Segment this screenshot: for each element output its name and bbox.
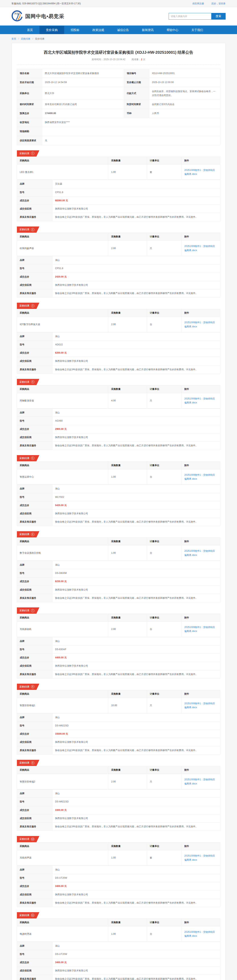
nav-item-帮助中心[interactable]: 帮助中心 <box>160 26 185 34</box>
login-link[interactable]: 您好，请登录 <box>211 2 226 5</box>
goods-table: 采购商品 采购数量 计量单位 附件 智慧语音终端1 10.00 只 202510… <box>17 690 220 713</box>
publish-time: 2025-10-15 15:04:42 <box>104 58 125 61</box>
warranty-row: 质保及售后服务 验收合格之日起3年提供原厂质保。质保期内，非人为因素产品出现质量… <box>17 746 220 755</box>
brand-value: 湖山 <box>52 637 220 645</box>
item-qty-cell: 1.00 <box>108 469 147 485</box>
brand-row: 品牌 湖山 <box>17 485 220 493</box>
result-section: 采购结果 9 采购商品 采购数量 计量单位 附件 智慧语音终端2 2.00 只 … <box>17 760 220 831</box>
project-info-table: 项目名称 西北大学区域国别学院学术交流研讨室设备采购项目 项目编号 XDJJ-H… <box>17 69 220 145</box>
budget-total: 174400.00 <box>42 109 124 118</box>
nav-item-招投标[interactable]: 招投标 <box>64 26 86 34</box>
warranty-value: 验收合格之日起3年提供原厂质保。质保期内，非人为因素产品出现质量问题，由乙方进行… <box>52 899 220 907</box>
badge-number: 1 <box>31 152 34 155</box>
item-qty-cell: 1.00 <box>108 546 147 561</box>
warranty-value: 验收合格之日起3年提供原厂质保。质保期内，非人为因素产品出现质量问题，由乙方进行… <box>52 213 220 221</box>
price-row: 成交总价 6230.00 元 <box>17 578 220 585</box>
price-row: 成交总价 3400.00 元 <box>17 958 220 967</box>
supplier-value: 陕西韶华云顶数字技术有限公司 <box>52 891 220 899</box>
goods-header-row: 采购商品 采购数量 计量单位 附件 <box>17 538 220 546</box>
hotline-text: 客服热线: 029-86618373 QQ:2881944994 (周一至周五9… <box>11 2 81 5</box>
brand-value: 湖山 <box>52 256 220 264</box>
search-button[interactable]: 搜索 <box>211 13 226 20</box>
search-input[interactable] <box>169 13 211 20</box>
brand-value: 湖山 <box>52 409 220 417</box>
breadcrumb-separator: / <box>32 37 33 40</box>
price-row: 成交总价 68360.00 元 <box>17 196 220 205</box>
badge-number: 9 <box>31 761 34 765</box>
result-section: 采购结果 5 采购商品 采购数量 计量单位 附件 智慧运算中心 1.00 台 2… <box>17 455 220 526</box>
goods-item-row: 数字会议系统主控机 1.00 台 20251009附件1：货物类响应偏离表.do… <box>17 546 220 561</box>
goods-table: 采购商品 采购数量 计量单位 附件 电源时序器 1.00 台 20251009附… <box>17 918 220 942</box>
nav-item-新闻资讯[interactable]: 新闻资讯 <box>136 26 160 34</box>
deal-price: 4400.00 <box>55 656 64 659</box>
attachment-link[interactable]: 20251009附件1：货物类响应偏离表.docx <box>184 702 215 709</box>
nav-item-关于我们[interactable]: 关于我们 <box>185 26 210 34</box>
article-meta: 发布时间：2025-10-15 15:04:42 阅读量：1 次 <box>17 58 220 65</box>
price-row: 成交总价 6200.00 元 <box>17 349 220 357</box>
breadcrumb-home-link[interactable]: 首页 <box>11 37 16 40</box>
item-unit-cell: 套 <box>147 850 181 865</box>
result-section: 采购结果 4 采购商品 采购数量 计量单位 附件 同轴吸顶音箱 4.00 只 2… <box>17 379 220 450</box>
attachment-link[interactable]: 20251009附件1：货物类响应偏离表.docx <box>184 321 215 328</box>
goods-header-row: 采购商品 采购数量 计量单位 附件 <box>17 309 220 317</box>
result-badge: 采购结果 10 <box>17 836 40 842</box>
deal-price: 2900.00 <box>55 428 64 430</box>
model-value: AGX60 <box>52 417 220 425</box>
item-detail-table: 品牌 湖山 型号 DS-W622SD 成交总价 15500.00 元 成交供应商… <box>17 713 220 755</box>
attachment-link[interactable]: 20251009附件1：货物类响应偏离表.docx <box>184 931 215 937</box>
attachment-link[interactable]: 20251009附件1：货物类响应偏离表.docx <box>184 397 215 404</box>
result-badge: 采购结果 5 <box>17 455 40 461</box>
warranty-value: 验收合格之日起3年提供原厂质保。质保期内，非人为因素产品出现质量问题，由乙方进行… <box>52 746 220 755</box>
item-detail-table: 品牌 湖山 型号 DS-UT20W 成交总价 3400.00 元 成交供应商 陕… <box>17 865 220 907</box>
warranty-value: 验收合格之日起3年提供原厂质保。质保期内，非人为因素产品出现质量问题，由乙方进行… <box>52 975 220 980</box>
item-qty-cell: 2.00 <box>108 241 147 256</box>
supplier-value: 陕西韶华云顶数字技术有限公司 <box>52 281 220 289</box>
goods-header-row: 采购商品 采购数量 计量单位 附件 <box>17 233 220 241</box>
warranty-row: 质保及售后服务 验收合格之日起3年提供原厂质保。质保期内，非人为因素产品出现质量… <box>17 670 220 678</box>
breadcrumb: 首页 / 采购结果 / 竞价结果 <box>11 34 226 43</box>
result-section: 采购结果 1 采购商品 采购数量 计量单位 附件 LED 显示屏1 1.00 套… <box>17 150 220 221</box>
nav-item-首页[interactable]: 首页 <box>21 26 40 34</box>
price-row: 成交总价 5420.00 元 <box>17 501 220 509</box>
attachment-link[interactable]: 20251009附件1：货物类响应偏离表.docx <box>184 474 215 480</box>
brand-value: 湖山 <box>52 332 220 340</box>
item-detail-table: 品牌 湖山 型号 DS-630AP 成交总价 4400.00 元 成交供应商 陕… <box>17 637 220 679</box>
page-title: 西北大学区域国别学院学术交流研讨室设备采购项目 (XDJJ-HW-2025100… <box>17 48 220 58</box>
breadcrumb-results-link[interactable]: 采购结果 <box>21 37 30 40</box>
model-row: 型号 DS-630AP <box>17 645 220 654</box>
goods-table: 采购商品 采购数量 计量单位 附件 柱阵列扬声器 2.00 只 20251009… <box>17 233 220 256</box>
supplier-register-link[interactable]: 供应商注册 <box>192 2 204 5</box>
item-qty-cell: 2.00 <box>108 622 147 637</box>
result-section: 采购结果 8 采购商品 采购数量 计量单位 附件 智慧语音终端1 10.00 只… <box>17 684 220 755</box>
attachment-link[interactable]: 20251009附件1：货物类响应偏离表.docx <box>184 245 215 251</box>
supplier-value: 陕西韶华云顶数字技术有限公司 <box>52 509 220 518</box>
goods-table: 采购商品 采购数量 计量单位 附件 同轴吸顶音箱 4.00 只 20251009… <box>17 385 220 409</box>
brand-row: 品牌 湖山 <box>17 789 220 798</box>
info-row: 采购单位 西北大学 付款方式 合同生效后，待货物到达指定地点、安装调试验收合格后… <box>17 87 220 100</box>
attachment-link[interactable]: 20251009附件1：货物类响应偏离表.docx <box>184 778 215 785</box>
topbar: 客服热线: 029-86618373 QQ:2881944994 (周一至周五9… <box>0 0 237 7</box>
item-unit-cell: 只 <box>147 774 181 789</box>
item-detail-table: 品牌 湖山 型号 CPS1.8 成交总价 2420.00 元 成交供应商 陕西韶… <box>17 256 220 298</box>
nav-item-政策法规[interactable]: 政策法规 <box>86 26 111 34</box>
attachment-link[interactable]: 20251009附件1：货物类响应偏离表.docx <box>184 550 215 556</box>
attachment-link[interactable]: 20251009附件1：货物类响应偏离表.docx <box>184 626 215 633</box>
item-unit-cell: 台 <box>147 317 181 332</box>
attachment-link[interactable]: 20251009附件1：货物类响应偏离表.docx <box>184 854 215 861</box>
goods-item-row: LED 显示屏1 1.00 套 20251009附件1：货物类响应偏离表.doc… <box>17 164 220 180</box>
attachment-link[interactable]: 20251009附件1：货物类响应偏离表.docx <box>184 169 215 175</box>
warranty-value: 验收合格之日起3年提供原厂质保。质保期内，非人为因素产品出现质量问题，由乙方进行… <box>52 594 220 602</box>
nav-item-诚信公告[interactable]: 诚信公告 <box>111 26 136 34</box>
result-section: 采购结果 3 采购商品 采购数量 计量单位 附件 IOT数字功率放大器 2.00… <box>17 302 220 374</box>
supplier-row: 成交供应商 陕西韶华云顶数字技术有限公司 <box>17 433 220 442</box>
item-name-cell: 柱阵列扬声器 <box>17 241 108 256</box>
deal-price: 6230.00 <box>55 580 64 583</box>
item-name-cell: 无线接收机 <box>17 622 108 637</box>
model-value: DS-W622SD <box>52 721 220 730</box>
badge-number: 7 <box>31 609 34 612</box>
brand-value: 湖山 <box>52 865 220 874</box>
goods-header-row: 采购商品 采购数量 计量单位 附件 <box>17 918 220 926</box>
item-detail-table: 品牌 湖山 型号 DS-W621SD 成交总价 3300.00 元 成交供应商 … <box>17 789 220 831</box>
nav-item-竞价采购[interactable]: 竞价采购 <box>40 26 64 34</box>
price-row: 成交总价 3300.00 元 <box>17 806 220 814</box>
